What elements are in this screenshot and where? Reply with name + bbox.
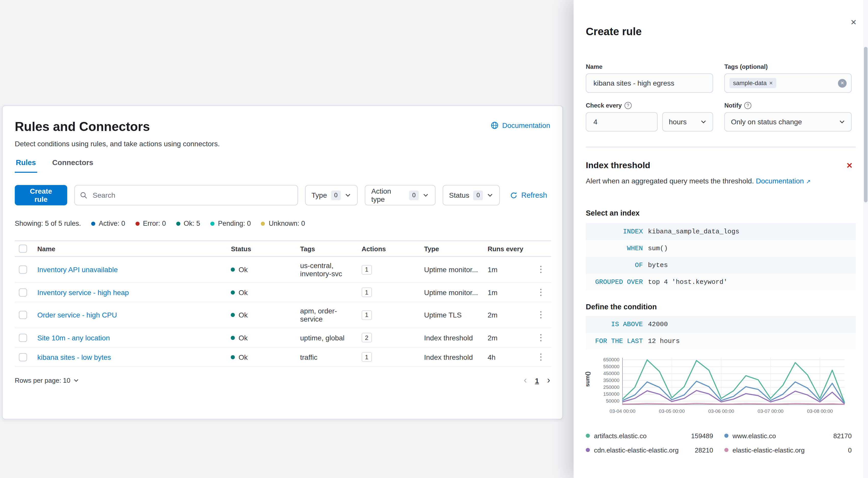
- chevron-down-icon: [701, 119, 707, 125]
- refresh-button[interactable]: Refresh: [507, 190, 550, 200]
- row-checkbox[interactable]: [19, 288, 27, 296]
- filter-action-type-label: Action type: [371, 187, 405, 203]
- row-checkbox[interactable]: [19, 311, 27, 319]
- rows-per-page-button[interactable]: Rows per page: 10: [15, 377, 79, 384]
- check-every-unit-select[interactable]: hours: [662, 112, 713, 131]
- rule-name-link[interactable]: Inventory API unavailable: [37, 266, 118, 274]
- tags-input[interactable]: sample-data × ✕: [724, 73, 852, 93]
- check-every-input[interactable]: [592, 117, 651, 126]
- help-icon[interactable]: ?: [624, 102, 631, 109]
- header-status: Status: [227, 241, 296, 257]
- rule-tags: uptime, global: [296, 328, 357, 347]
- alert-type-title: Index threshold: [586, 160, 650, 171]
- row-checkbox[interactable]: [19, 333, 27, 342]
- tab-rules[interactable]: Rules: [15, 155, 37, 173]
- actions-count-badge: 2: [362, 333, 372, 342]
- filter-action-type[interactable]: Action type 0: [365, 185, 435, 205]
- row-checkbox[interactable]: [19, 353, 27, 361]
- external-link-icon: ↗: [806, 178, 810, 184]
- page-subtitle: Detect conditions using rules, and take …: [15, 139, 550, 149]
- remove-tag-icon[interactable]: ×: [769, 80, 773, 87]
- create-rule-button[interactable]: Create rule: [15, 185, 67, 205]
- series-dot: [724, 434, 728, 438]
- svg-text:03-08 00:00: 03-08 00:00: [807, 409, 833, 414]
- clear-tags-icon[interactable]: ✕: [838, 79, 847, 87]
- summary-error: Error: 0: [135, 220, 166, 227]
- filter-type[interactable]: Type 0: [305, 185, 358, 205]
- table-header-row: Name Status Tags Actions Type Runs every: [15, 241, 551, 257]
- row-menu-button[interactable]: ⋮: [535, 288, 547, 296]
- active-dot: [91, 221, 95, 226]
- select-all-checkbox[interactable]: [19, 245, 27, 253]
- svg-text:650000: 650000: [603, 357, 619, 362]
- rules-summary: Showing: 5 of 5 rules. Active: 0 Error: …: [15, 220, 550, 227]
- filter-type-label: Type: [311, 191, 327, 199]
- condition-expressions: IS ABOVE 42000 FOR THE LAST 12 hours: [586, 316, 856, 350]
- help-icon[interactable]: ?: [744, 102, 751, 109]
- scrollbar-thumb[interactable]: [864, 47, 867, 202]
- status-dot: [231, 313, 235, 317]
- remove-alert-type-icon[interactable]: ✕: [843, 160, 856, 171]
- chart-y-axis-label: sum(): [584, 371, 590, 387]
- status-dot: [231, 335, 235, 340]
- rule-tags: traffic: [296, 347, 357, 367]
- rule-runs-every: 1m: [484, 257, 530, 282]
- notify-select[interactable]: Only on status change: [724, 112, 852, 131]
- summary-pending: Pending: 0: [210, 220, 251, 227]
- expression-row: IS ABOVE 42000: [586, 316, 856, 333]
- tab-connectors[interactable]: Connectors: [51, 155, 94, 173]
- chevron-down-icon: [487, 192, 493, 198]
- rule-name-input[interactable]: [592, 79, 707, 88]
- header-type: Type: [420, 241, 484, 257]
- row-menu-button[interactable]: ⋮: [535, 311, 547, 319]
- expression-value[interactable]: 42000: [648, 321, 668, 328]
- expression-value[interactable]: bytes: [648, 262, 668, 269]
- expression-value[interactable]: 12 hours: [648, 337, 680, 345]
- rule-name-link[interactable]: Order service - high CPU: [37, 311, 117, 319]
- chevron-down-icon: [73, 378, 79, 383]
- prev-page-button[interactable]: ‹: [524, 375, 527, 386]
- ok-dot: [176, 221, 180, 226]
- close-icon[interactable]: ✕: [847, 17, 860, 28]
- rule-name-link[interactable]: kibana sites - low bytes: [37, 353, 111, 361]
- header-name[interactable]: Name: [33, 241, 227, 257]
- expression-keyword[interactable]: WHEN: [586, 245, 648, 252]
- rule-name-link[interactable]: Inventory service - high heap: [37, 288, 129, 296]
- legend-item: elastic-elastic-elastic.org 0: [724, 444, 852, 455]
- rule-type: Uptime monitor...: [420, 257, 484, 282]
- expression-keyword[interactable]: IS ABOVE: [586, 321, 648, 328]
- expression-row: FOR THE LAST 12 hours: [586, 333, 856, 350]
- expression-value[interactable]: sum(): [648, 245, 668, 252]
- row-menu-button[interactable]: ⋮: [535, 333, 547, 342]
- divider: [586, 147, 856, 147]
- unknown-dot: [261, 221, 265, 226]
- next-page-button[interactable]: ›: [547, 375, 550, 386]
- expression-keyword[interactable]: INDEX: [586, 228, 648, 235]
- header-actions: Actions: [358, 241, 420, 257]
- row-checkbox[interactable]: [19, 266, 27, 274]
- check-every-field-group: Check every ? hours: [586, 102, 713, 131]
- rule-runs-every: 1m: [484, 282, 530, 302]
- legend-item: artifacts.elastic.co 159489: [586, 430, 713, 441]
- search-input[interactable]: [92, 190, 292, 200]
- actions-count-badge: 1: [362, 352, 372, 362]
- expression-keyword[interactable]: GROUPED OVER: [586, 278, 648, 286]
- documentation-link[interactable]: Documentation: [491, 121, 550, 129]
- notify-label: Notify ?: [724, 102, 852, 109]
- row-menu-button[interactable]: ⋮: [535, 266, 547, 274]
- page-number[interactable]: 1: [535, 376, 539, 385]
- row-menu-button[interactable]: ⋮: [535, 353, 547, 361]
- alert-type-documentation-link[interactable]: Documentation: [756, 177, 804, 185]
- expression-value[interactable]: kibana_sample_data_logs: [648, 228, 739, 235]
- rule-name-link[interactable]: Site 10m - any location: [37, 333, 110, 342]
- rule-type: Uptime monitor...: [420, 282, 484, 302]
- expression-keyword[interactable]: OF: [586, 262, 648, 269]
- expression-keyword[interactable]: FOR THE LAST: [586, 337, 648, 345]
- expression-value[interactable]: top 4 'host.keyword': [648, 278, 727, 286]
- rule-type: Uptime TLS: [420, 302, 484, 328]
- summary-ok: Ok: 5: [176, 220, 200, 227]
- filter-status[interactable]: Status 0: [442, 185, 500, 205]
- chevron-down-icon: [839, 119, 845, 125]
- expression-row: OF bytes: [586, 257, 856, 274]
- actions-count-badge: 1: [362, 310, 372, 320]
